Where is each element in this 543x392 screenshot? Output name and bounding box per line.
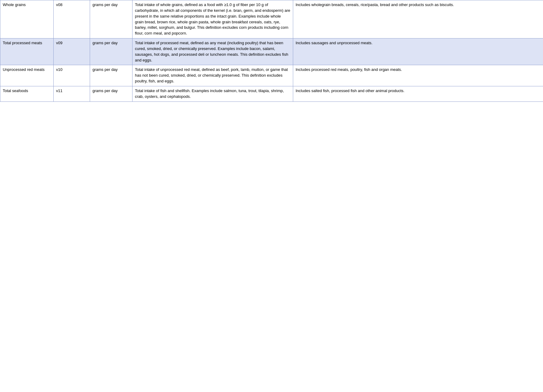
main-table-container: Whole grainsv08grams per dayTotal intake… <box>0 0 543 392</box>
cell-total-seafoods-col5: Includes salted fish, processed fish and… <box>293 86 543 101</box>
cell-whole-grains-col2: v08 <box>54 0 90 38</box>
cell-whole-grains-col3: grams per day <box>90 0 132 38</box>
cell-whole-grains-col4: Total intake of whole grains, defined as… <box>132 0 293 38</box>
dietary-components-table: Whole grainsv08grams per dayTotal intake… <box>0 0 543 102</box>
table-row: Whole grainsv08grams per dayTotal intake… <box>0 0 543 38</box>
cell-total-processed-meats-col4: Total intake of processed meat, defined … <box>132 38 293 65</box>
cell-total-processed-meats-col2: v09 <box>54 38 90 65</box>
cell-total-processed-meats-col5: Includes sausages and unprocessed meats. <box>293 38 543 65</box>
table-row: Total processed meatsv09grams per dayTot… <box>0 38 543 65</box>
cell-total-seafoods-col2: v11 <box>54 86 90 101</box>
cell-total-seafoods-col1: Total seafoods <box>0 86 54 101</box>
table-row: Total seafoodsv11grams per dayTotal inta… <box>0 86 543 101</box>
cell-unprocessed-red-meats-col3: grams per day <box>90 65 132 86</box>
cell-unprocessed-red-meats-col1: Unprocessed red meats <box>0 65 54 86</box>
table-row: Unprocessed red meatsv10grams per dayTot… <box>0 65 543 86</box>
cell-whole-grains-col5: Includes wholegrain breads, cereals, ric… <box>293 0 543 38</box>
cell-total-seafoods-col3: grams per day <box>90 86 132 101</box>
cell-total-processed-meats-col1: Total processed meats <box>0 38 54 65</box>
cell-unprocessed-red-meats-col2: v10 <box>54 65 90 86</box>
cell-total-processed-meats-col3: grams per day <box>90 38 132 65</box>
cell-total-seafoods-col4: Total intake of fish and shellfish. Exam… <box>132 86 293 101</box>
cell-unprocessed-red-meats-col4: Total intake of unprocessed red meat, de… <box>132 65 293 86</box>
cell-unprocessed-red-meats-col5: Includes processed red meats, poultry, f… <box>293 65 543 86</box>
cell-whole-grains-col1: Whole grains <box>0 0 54 38</box>
